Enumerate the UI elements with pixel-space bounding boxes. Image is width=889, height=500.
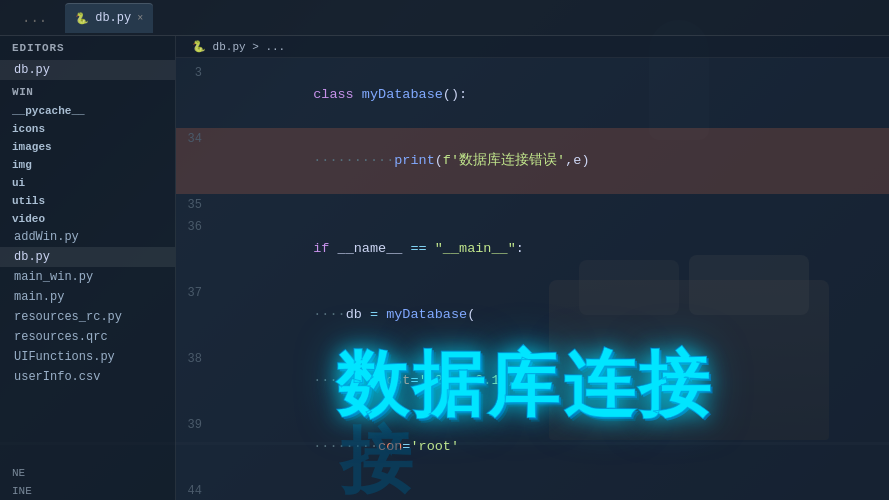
- sidebar-folder-img[interactable]: img: [0, 155, 175, 173]
- sidebar-item-uifunctions[interactable]: UIFunctions.py: [0, 347, 175, 367]
- main-area: EDITORS db.py WIN __pycache__ icons imag…: [0, 36, 889, 500]
- sidebar-folder-video[interactable]: video: [0, 209, 175, 227]
- sidebar-bottom-line2: INE: [0, 482, 175, 500]
- line-num-38: 38: [176, 348, 216, 370]
- code-line-34: 34 ··········print(f'数据库连接错误',e): [176, 128, 889, 194]
- line-content-39: ········con='root': [216, 414, 889, 480]
- line-content-34: ··········print(f'数据库连接错误',e): [216, 128, 889, 194]
- editor-breadcrumb: 🐍 db.py > ...: [176, 36, 889, 58]
- sidebar-folder-ui[interactable]: ui: [0, 173, 175, 191]
- sidebar-folder-utils[interactable]: utils: [0, 191, 175, 209]
- tx-paren: ():: [443, 87, 467, 102]
- editors-section-header: EDITORS: [0, 36, 175, 60]
- line-num-39: 39: [176, 414, 216, 436]
- code-line-36: 36 if __name__ == "__main__":: [176, 216, 889, 282]
- ide-container: ... 🐍 db.py × EDITORS db.py WIN __pycach…: [0, 0, 889, 500]
- line-content-37: ····db = myDatabase(: [216, 282, 889, 348]
- sidebar-item-addwin[interactable]: addWin.py: [0, 227, 175, 247]
- sidebar-item-resources-rc[interactable]: resources_rc.py: [0, 307, 175, 327]
- fn-myDatabase: myDatabase: [362, 87, 443, 102]
- tab-label: db.py: [95, 11, 131, 25]
- st-ip-38: '127.0.0.1': [419, 373, 508, 388]
- sidebar-item-resources-qrc[interactable]: resources.qrc: [0, 327, 175, 347]
- code-line-39: 39 ········con='root': [176, 414, 889, 480]
- line-content-35: [216, 194, 889, 216]
- op-eq-36: ==: [410, 241, 426, 256]
- fstr-34: f'数据库连接错误': [443, 153, 565, 168]
- sidebar-item-userinfo[interactable]: userInfo.csv: [0, 367, 175, 387]
- code-view: 3 class myDatabase(): 34 ··········print…: [176, 58, 889, 500]
- line-content-38: ········host='127.0.0.1',: [216, 348, 889, 414]
- fn-print-34: print: [394, 153, 435, 168]
- line-num-37: 37: [176, 282, 216, 304]
- tab-db-py[interactable]: 🐍 db.py ×: [65, 3, 153, 33]
- op-eq-38: =: [410, 373, 418, 388]
- tx-openparen-37: (: [467, 307, 475, 322]
- sidebar-item-db-py[interactable]: db.py: [0, 247, 175, 267]
- line-num-3: 3: [176, 62, 216, 84]
- tx-paren-34: (: [435, 153, 443, 168]
- dots-34: ··········: [313, 153, 394, 168]
- st-root-39: 'root': [410, 439, 459, 454]
- nm-con-39: con: [378, 439, 402, 454]
- sidebar-folder-icons[interactable]: icons: [0, 119, 175, 137]
- line-content-36: if __name__ == "__main__":: [216, 216, 889, 282]
- sidebar-folder-pycache[interactable]: __pycache__: [0, 101, 175, 119]
- sidebar-item-main-win[interactable]: main_win.py: [0, 267, 175, 287]
- sidebar-item-main[interactable]: main.py: [0, 287, 175, 307]
- sidebar-bottom: NE INE: [0, 464, 175, 500]
- editor-area[interactable]: 🐍 db.py > ... 3 class myDatabase(): 34 ·…: [176, 36, 889, 500]
- kw-if-36: if: [313, 241, 337, 256]
- st-main-36: "__main__": [427, 241, 516, 256]
- line-num-36: 36: [176, 216, 216, 238]
- sidebar-bottom-line1: NE: [0, 464, 175, 482]
- code-line-37: 37 ····db = myDatabase(: [176, 282, 889, 348]
- tx-close-34: ): [581, 153, 589, 168]
- sidebar-folder-images[interactable]: images: [0, 137, 175, 155]
- kw-class: class: [313, 87, 362, 102]
- line-num-34: 34: [176, 128, 216, 150]
- sidebar-item-db-py-editors[interactable]: db.py: [0, 60, 175, 80]
- fn-mydb-37: myDatabase: [386, 307, 467, 322]
- win-section-header: WIN: [0, 80, 175, 101]
- dots-39: ········: [313, 439, 378, 454]
- tab-bar: ... 🐍 db.py ×: [0, 0, 889, 36]
- dots-37: ····: [313, 307, 345, 322]
- python-icon: 🐍: [75, 12, 89, 25]
- code-line-38: 38 ········host='127.0.0.1',: [176, 348, 889, 414]
- nm-host-38: host: [378, 373, 410, 388]
- tx-comma-38: ,: [508, 373, 516, 388]
- tab-ellipsis-icon: ...: [14, 10, 55, 26]
- code-line-3: 3 class myDatabase():: [176, 62, 889, 128]
- line-num-35: 35: [176, 194, 216, 216]
- line-content-3: class myDatabase():: [216, 62, 889, 128]
- dots-38: ········: [313, 373, 378, 388]
- tab-inactive[interactable]: ...: [4, 3, 65, 33]
- line-num-44: 44: [176, 480, 216, 500]
- breadcrumb-icon: 🐍: [192, 41, 206, 53]
- tx-db-37: db: [346, 307, 370, 322]
- code-line-44: 44 ····con = db.get_connection(): [176, 480, 889, 500]
- code-line-35: 35: [176, 194, 889, 216]
- tx-sp-37: [378, 307, 386, 322]
- sidebar: EDITORS db.py WIN __pycache__ icons imag…: [0, 36, 176, 500]
- breadcrumb-text: db.py > ...: [213, 41, 286, 53]
- op-eq-37: =: [370, 307, 378, 322]
- tx-name-36: __name__: [338, 241, 411, 256]
- tx-colon-36: :: [516, 241, 524, 256]
- tab-close-button[interactable]: ×: [137, 13, 143, 24]
- line-content-44: ····con = db.get_connection(): [216, 480, 889, 500]
